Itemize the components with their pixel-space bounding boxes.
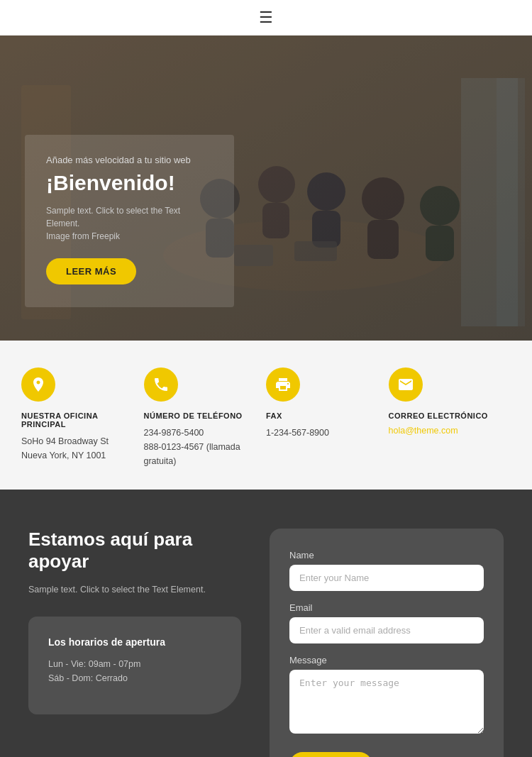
hours-weekday: Lun - Vie: 09am - 07pm	[48, 659, 221, 669]
hamburger-icon[interactable]: ☰	[259, 9, 273, 27]
svg-point-8	[362, 177, 404, 220]
fax-value: 1-234-567-8900	[266, 426, 329, 440]
email-label: CORREO ELECTRÓNICO	[389, 411, 488, 420]
email-group: Email	[289, 602, 484, 643]
email-icon	[397, 376, 414, 393]
svg-rect-11	[426, 226, 454, 261]
svg-point-6	[307, 172, 345, 211]
fax-icon	[275, 376, 292, 393]
name-input[interactable]	[289, 565, 484, 591]
location-icon	[30, 376, 47, 393]
phone-value: 234-9876-5400888-0123-4567 (llamada grat…	[144, 426, 260, 468]
contact-item-email: CORREO ELECTRÓNICO hola@theme.com	[389, 368, 511, 468]
header: ☰	[0, 0, 532, 35]
hours-card: Los horarios de apertura Lun - Vie: 09am…	[28, 617, 241, 714]
phone-icon-wrap	[144, 368, 178, 402]
office-value: SoHo 94 Broadway StNueva York, NY 1001	[21, 434, 109, 463]
fax-label: FAX	[266, 411, 282, 420]
name-group: Name	[289, 550, 484, 591]
svg-rect-12	[234, 245, 273, 266]
svg-rect-9	[367, 220, 399, 259]
support-section: Estamos aquí para apoyar Sample text. Cl…	[0, 490, 532, 757]
email-icon-wrap	[389, 368, 423, 402]
support-description: Sample text. Click to select the Text El…	[28, 582, 241, 597]
location-icon-wrap	[21, 368, 55, 402]
hero-body-text: Sample text. Click to select the Text El…	[46, 204, 213, 243]
svg-rect-5	[262, 203, 289, 238]
svg-point-4	[258, 166, 295, 203]
svg-rect-15	[497, 78, 525, 326]
hero-title: ¡Bienvenido!	[46, 171, 213, 194]
support-form-wrap: Name Email Message Entregar	[270, 529, 504, 757]
phone-icon	[153, 376, 170, 393]
svg-point-10	[420, 186, 460, 226]
support-left-panel: Estamos aquí para apoyar Sample text. Cl…	[28, 529, 241, 714]
email-input[interactable]	[289, 617, 484, 643]
hours-weekend: Sáb - Dom: Cerrado	[48, 673, 221, 683]
svg-rect-13	[294, 241, 337, 261]
message-textarea[interactable]	[289, 670, 484, 734]
contact-form-card: Name Email Message Entregar	[270, 529, 504, 757]
hero-content-box: Añade más velocidad a tu sitio web ¡Bien…	[25, 135, 234, 307]
name-label: Name	[289, 550, 484, 560]
hours-title: Los horarios de apertura	[48, 636, 221, 648]
email-label: Email	[289, 602, 484, 613]
contact-item-phone: NÚMERO DE TELÉFONO 234-9876-5400888-0123…	[144, 368, 267, 468]
hero-section: Añade más velocidad a tu sitio web ¡Bien…	[0, 35, 532, 341]
contact-item-fax: FAX 1-234-567-8900	[266, 368, 389, 468]
contact-bar: NUESTRA OFICINA PRINCIPAL SoHo 94 Broadw…	[0, 341, 532, 490]
submit-button[interactable]: Entregar	[289, 752, 372, 757]
message-label: Message	[289, 655, 484, 665]
hero-subtitle: Añade más velocidad a tu sitio web	[46, 155, 213, 165]
support-title: Estamos aquí para apoyar	[28, 529, 241, 573]
office-label: NUESTRA OFICINA PRINCIPAL	[21, 411, 137, 429]
contact-item-office: NUESTRA OFICINA PRINCIPAL SoHo 94 Broadw…	[21, 368, 144, 468]
phone-label: NÚMERO DE TELÉFONO	[144, 411, 243, 420]
read-more-button[interactable]: LEER MÁS	[46, 258, 136, 284]
message-group: Message	[289, 655, 484, 736]
email-link[interactable]: hola@theme.com	[389, 426, 458, 436]
fax-icon-wrap	[266, 368, 300, 402]
